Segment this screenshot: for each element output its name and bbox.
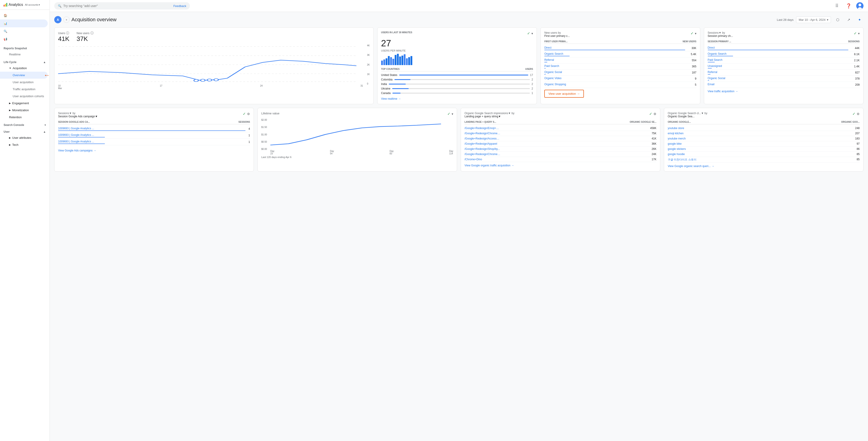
filter-icon-ads[interactable]: ⚙ xyxy=(247,112,250,116)
organic-impressions-title-row: Organic Google Search impressions▼ by La… xyxy=(465,112,656,118)
lifecycle-label: Life cycle xyxy=(4,61,17,64)
sidebar-item-reports[interactable]: 📊 xyxy=(0,20,48,27)
sessions-val-1: 8.1K xyxy=(848,53,860,56)
organic-click-label-3[interactable]: google bike xyxy=(668,142,704,145)
chevron-icon: ▼ xyxy=(9,67,11,69)
ads-label-1[interactable]: 1009693 | Google Analytics ... xyxy=(58,133,246,137)
organic-click-label-1[interactable]: emoji kitchen xyxy=(668,132,704,135)
sessions-label-0[interactable]: Direct xyxy=(708,46,848,50)
users-info-icon[interactable]: ⓘ xyxy=(66,31,69,35)
organic-click-label-6[interactable]: 구글 미찬다이즈 스토이 xyxy=(668,158,704,162)
sidebar-item-monetization[interactable]: ▶ Monetization xyxy=(0,107,50,114)
new-users-label-1[interactable]: Organic Search xyxy=(544,52,685,56)
sidebar: Analytics All accounts ▾ 🏠 📊 🔍 📢 Reports… xyxy=(0,0,50,441)
realtime-dropdown-icon[interactable]: ▾ xyxy=(531,32,533,35)
sidebar-item-retention[interactable]: Retention xyxy=(0,114,50,121)
organic-click-label-5[interactable]: google hoodie xyxy=(668,153,704,156)
date-range-picker[interactable]: Mar 10 - Apr 6, 2024 ▾ xyxy=(796,17,831,23)
organic-click-val-3: 97 xyxy=(857,142,860,145)
view-traffic-acquisition-link[interactable]: View traffic acquisition → xyxy=(708,90,860,93)
new-users-label-6[interactable]: Organic Shopping xyxy=(544,83,685,87)
organic-imp-row-4: /Google+Redesign/Shop/by... 26K xyxy=(465,147,656,152)
export-icon[interactable]: ⬡ xyxy=(834,15,842,24)
sidebar-item-overview[interactable]: Overview ← xyxy=(0,72,48,78)
page-header: A + Acquisition overview Last 28 days Ma… xyxy=(54,15,864,24)
sessions-dropdown-icon[interactable]: ▾ xyxy=(858,32,860,35)
all-accounts-dropdown[interactable]: All accounts ▾ xyxy=(25,3,40,6)
apps-icon[interactable]: ⠿ xyxy=(833,2,841,10)
realtime-value: 27 xyxy=(381,38,533,49)
view-organic-search-link[interactable]: View Google organic search queri... → xyxy=(668,164,860,168)
reports-snapshot-header[interactable]: Reports snapshot xyxy=(0,45,50,51)
sidebar-item-advertising[interactable]: 📢 xyxy=(0,35,48,43)
chevron-right-icon-4: ▶ xyxy=(9,144,11,146)
new-users-label-4[interactable]: Organic Social xyxy=(544,70,685,74)
users-value: 41K xyxy=(58,35,69,42)
organic-imp-label-0[interactable]: /Google+Redesign/Emoji+Ki... xyxy=(465,127,501,130)
user-avatar[interactable] xyxy=(856,2,864,9)
sidebar-item-home[interactable]: 🏠 xyxy=(0,11,48,20)
cards-row-1: Users ⓘ 41K New users ⓘ 37K xyxy=(54,27,864,104)
new-users-label-3[interactable]: Paid Search xyxy=(544,64,685,68)
new-users-label-0[interactable]: Direct xyxy=(544,46,685,50)
organic-imp-label-6[interactable]: /Chrome+Dino xyxy=(465,158,501,161)
sidebar-item-explore[interactable]: 🔍 xyxy=(0,27,48,35)
help-icon[interactable]: ❓ xyxy=(844,2,852,10)
organic-imp-label-5[interactable]: /Google+Redesign/Chrome+... xyxy=(465,153,501,156)
organic-imp-label-3[interactable]: /Google+Redesign/Apparel xyxy=(465,142,501,145)
ltv-dropdown-icon[interactable]: ▾ xyxy=(452,112,453,116)
add-button[interactable]: + xyxy=(63,17,70,23)
sidebar-item-user-acquisition[interactable]: User acquisition xyxy=(0,78,50,86)
organic-clicks-table-header: ORGANIC GOOGLE... ORGANIC GOO... xyxy=(668,121,860,124)
sidebar-item-tech[interactable]: ▶ Tech xyxy=(0,141,50,148)
sessions-row-5: Organic Social 378 xyxy=(708,76,860,82)
view-user-acquisition-button[interactable]: View user acquisition → xyxy=(544,90,584,98)
insights-icon[interactable]: ✦ xyxy=(855,15,864,24)
new-users-val-0: 30K xyxy=(685,46,696,50)
page-header-right: Last 28 days Mar 10 - Apr 6, 2024 ▾ ⬡ ↗ … xyxy=(777,15,864,24)
sidebar-item-engagement[interactable]: ▶ Engagement xyxy=(0,100,50,107)
user-section-header[interactable]: User ▲ xyxy=(0,128,50,134)
organic-click-label-2[interactable]: youtube merch xyxy=(668,137,704,140)
sidebar-item-acquisition[interactable]: ▼ Acquisition xyxy=(0,65,50,72)
sessions-label-1[interactable]: Organic Search xyxy=(708,52,848,56)
sessions-label-3[interactable]: Unassigned xyxy=(708,64,848,68)
organic-click-label-0[interactable]: youtube store xyxy=(668,127,704,130)
filter-icon-clicks[interactable]: ⚙ xyxy=(857,112,860,116)
new-users-label-2[interactable]: Referral xyxy=(544,58,685,62)
feedback-link[interactable]: Feedback xyxy=(174,4,186,8)
organic-imp-label-2[interactable]: /Google+Redesign/Accessor... xyxy=(465,137,501,140)
organic-click-val-5: 85 xyxy=(857,153,860,156)
chevron-right-icon-2: ▶ xyxy=(9,109,11,112)
view-organic-traffic-link[interactable]: View Google organic traffic acquisition … xyxy=(465,164,656,167)
new-users-dropdown-icon[interactable]: ▾ xyxy=(695,32,696,35)
mini-bar xyxy=(388,56,390,65)
organic-imp-label-1[interactable]: /Google+Redesign/Chrome+... xyxy=(465,132,501,135)
organic-click-label-4[interactable]: google stickers xyxy=(668,147,704,151)
new-users-row-3: Paid Search 365 xyxy=(544,64,696,70)
ads-label-0[interactable]: 1009693 | Google Analytics ... xyxy=(58,127,246,131)
sessions-label-4[interactable]: Referral xyxy=(708,70,848,74)
sidebar-item-realtime[interactable]: Realtime xyxy=(0,51,50,58)
search-input[interactable] xyxy=(63,4,172,8)
lifecycle-header[interactable]: Life cycle ▲ xyxy=(0,59,50,65)
new-users-info-icon[interactable]: ⓘ xyxy=(90,31,94,35)
sidebar-item-traffic-acquisition[interactable]: Traffic acquisition xyxy=(0,86,50,93)
view-google-ads-link[interactable]: View Google Ads campaigns → xyxy=(58,149,250,152)
arrow-indicator: ← xyxy=(43,72,50,79)
sessions-label-2[interactable]: Paid Search xyxy=(708,58,848,62)
sessions-label-5[interactable]: Organic Social xyxy=(708,76,848,81)
search-box[interactable]: 🔍 Feedback xyxy=(54,2,190,9)
sidebar-item-user-attributes[interactable]: ▶ User attributes xyxy=(0,134,50,141)
country-users-co: 2 xyxy=(532,78,533,81)
share-icon[interactable]: ↗ xyxy=(844,15,852,24)
ads-label-2[interactable]: 1009693 | Google Analytics ... xyxy=(58,140,246,144)
organic-imp-label-4[interactable]: /Google+Redesign/Shop/by... xyxy=(465,147,501,151)
new-users-label-5[interactable]: Organic Video xyxy=(544,76,685,81)
view-realtime-link[interactable]: View realtime → xyxy=(381,97,533,100)
filter-icon-impressions[interactable]: ⚙ xyxy=(653,112,656,116)
sessions-label-6[interactable]: Email xyxy=(708,83,848,87)
organic-click-row-4: google stickers 86 xyxy=(668,147,860,152)
sidebar-item-cohorts[interactable]: User acquisition cohorts xyxy=(0,93,50,100)
search-console-header[interactable]: Search Console ▾ xyxy=(0,122,50,127)
